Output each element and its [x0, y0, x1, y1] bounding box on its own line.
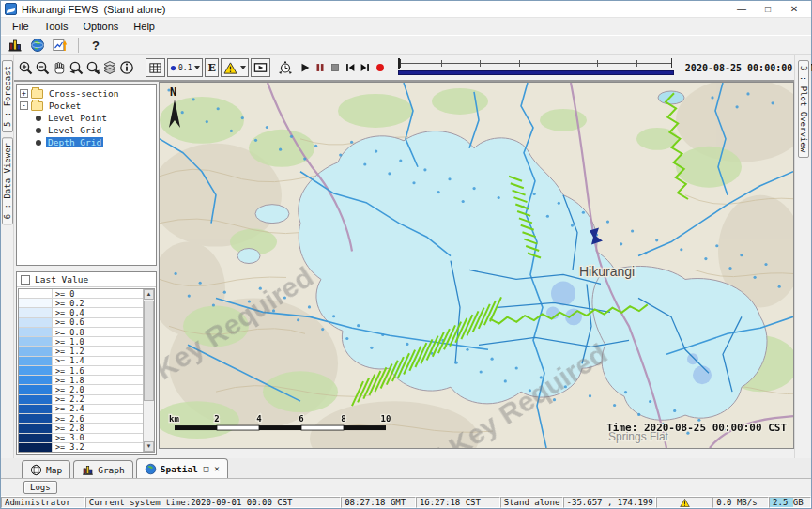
tree-node-level-point[interactable]: Level Point	[18, 112, 155, 124]
document-tab-bar: Map Graph Spatial □ ✕	[1, 458, 811, 479]
record-icon[interactable]	[374, 58, 387, 78]
tab-spatial[interactable]: Spatial □ ✕	[136, 458, 228, 478]
toolbar-separator	[78, 38, 79, 53]
first-frame-icon[interactable]	[344, 58, 357, 78]
restore-pane-icon[interactable]: □	[204, 464, 208, 473]
info-icon[interactable]	[119, 58, 134, 78]
legend-panel: Last Value >= 0 >= 0.2 >= 0.4 >= 0.6 >= …	[16, 271, 157, 455]
zoom-next-icon[interactable]	[85, 58, 100, 78]
zoom-previous-icon[interactable]	[69, 58, 84, 78]
legend-row[interactable]: >= 1.4	[19, 357, 143, 366]
chevron-down-icon	[240, 66, 246, 69]
pause-icon[interactable]	[314, 58, 327, 78]
help-icon[interactable]: ?	[88, 39, 103, 53]
tab-map[interactable]: Map	[22, 460, 70, 478]
legend-color-swatch	[19, 424, 53, 432]
legend-row-label: >= 2.4	[53, 405, 143, 413]
close-pane-icon[interactable]: ✕	[214, 464, 219, 473]
chevron-down-icon	[194, 66, 200, 69]
tab-graph[interactable]: Graph	[73, 460, 133, 478]
menu-item[interactable]: Help	[126, 19, 162, 34]
play-icon[interactable]	[299, 58, 312, 78]
stop-icon[interactable]	[329, 58, 342, 78]
menu-item[interactable]: Tools	[37, 19, 76, 34]
tab-plot-overview[interactable]: 3 : Plot Overview	[798, 60, 809, 158]
legend-color-swatch	[19, 318, 53, 327]
legend-row[interactable]: >= 2.8	[19, 424, 143, 433]
close-button[interactable]: ✕	[781, 1, 807, 17]
tree-node-cross-section[interactable]: + Cross-section	[18, 87, 155, 100]
map-viewport[interactable]: Hikurangi Springs Flat API Key Required …	[159, 82, 794, 449]
zoom-in-icon[interactable]	[18, 58, 33, 78]
legend-row-label: >= 1.0	[53, 337, 143, 346]
maximize-button[interactable]: □	[755, 1, 781, 17]
legend-color-swatch	[19, 434, 53, 442]
legend-row[interactable]: >= 0.4	[19, 308, 143, 317]
last-value-checkbox[interactable]	[21, 275, 30, 285]
legend-row[interactable]: >= 2.0	[19, 385, 143, 394]
legend-color-swatch	[19, 443, 53, 452]
legend-row[interactable]: >= 3.0	[19, 434, 143, 443]
labels-toggle[interactable]: E	[205, 58, 218, 77]
zoom-out-icon[interactable]	[35, 58, 50, 78]
legend-color-swatch	[19, 405, 53, 413]
tree-node-pocket[interactable]: - Pocket	[18, 100, 155, 112]
legend-row[interactable]: >= 2.4	[19, 405, 143, 414]
logs-row: Logs	[1, 479, 811, 496]
legend-row[interactable]: >= 0.8	[19, 328, 143, 337]
grid-icon[interactable]	[146, 58, 165, 77]
legend-row[interactable]: >= 0.6	[19, 318, 143, 328]
legend-row[interactable]: >= 2.2	[19, 395, 143, 405]
menu-bar: File Tools Options Help	[1, 18, 811, 35]
legend-row[interactable]: >= 0	[19, 289, 143, 299]
animation-icon[interactable]	[251, 58, 270, 77]
legend-color-swatch	[19, 328, 53, 336]
scroll-down-icon[interactable]: ▼	[144, 441, 154, 452]
legend-row[interactable]: >= 1.6	[19, 366, 143, 376]
precision-selector[interactable]: 0.1	[167, 58, 203, 77]
expand-icon[interactable]: +	[20, 89, 28, 98]
tree-node-level-grid[interactable]: Level Grid	[18, 124, 155, 136]
timeseries-display-icon[interactable]	[52, 37, 69, 54]
legend-color-swatch	[19, 289, 53, 298]
svg-text:km: km	[169, 414, 179, 424]
tab-forecast[interactable]: 5 : Forecast	[2, 60, 13, 132]
time-navigator-icon[interactable]	[278, 58, 293, 78]
legend-scrollbar[interactable]: ▲ ▼	[143, 289, 154, 452]
globe-icon[interactable]	[29, 37, 46, 54]
validation-warning-dropdown[interactable]	[221, 58, 249, 77]
app-icon	[5, 3, 17, 15]
layers-icon[interactable]	[102, 58, 117, 78]
tree-node-depth-grid[interactable]: Depth Grid	[18, 136, 155, 148]
status-warning[interactable]	[656, 497, 712, 508]
scroll-up-icon[interactable]: ▲	[144, 289, 154, 300]
legend-row[interactable]: >= 1.2	[19, 347, 143, 356]
status-bar: Administrator Current system time:2020-0…	[1, 496, 811, 508]
legend-row-label: >= 3.2	[53, 443, 143, 452]
last-frame-icon[interactable]	[359, 58, 372, 78]
logs-button[interactable]: Logs	[23, 481, 57, 494]
status-user: Administrator	[1, 497, 85, 508]
tab-data-viewer[interactable]: 6 : Data Viewer	[2, 137, 13, 224]
database-icon[interactable]	[7, 37, 23, 54]
menu-item[interactable]: Options	[75, 19, 126, 34]
svg-text:N: N	[170, 85, 176, 99]
legend-row-label: >= 2.8	[53, 424, 143, 432]
bullet-icon	[36, 128, 41, 133]
legend-color-swatch	[19, 385, 53, 393]
minimize-button[interactable]: —	[728, 1, 755, 17]
time-slider-range-bar	[398, 70, 674, 75]
time-slider-handle[interactable]	[398, 58, 400, 69]
legend-row[interactable]: >= 3.2	[19, 443, 143, 452]
time-slider[interactable]	[396, 57, 676, 78]
legend-row-label: >= 0	[53, 289, 143, 298]
legend-row[interactable]: >= 1.8	[19, 376, 143, 385]
collapse-icon[interactable]: -	[20, 101, 28, 110]
menu-item[interactable]: File	[5, 19, 37, 34]
legend-row[interactable]: >= 1.0	[19, 337, 143, 347]
pan-icon[interactable]	[52, 58, 67, 78]
legend-row[interactable]: >= 2.6	[19, 414, 143, 424]
scrollbar-thumb[interactable]	[144, 301, 154, 401]
legend-row[interactable]: >= 0.2	[19, 299, 143, 308]
svg-text:4: 4	[256, 414, 261, 424]
